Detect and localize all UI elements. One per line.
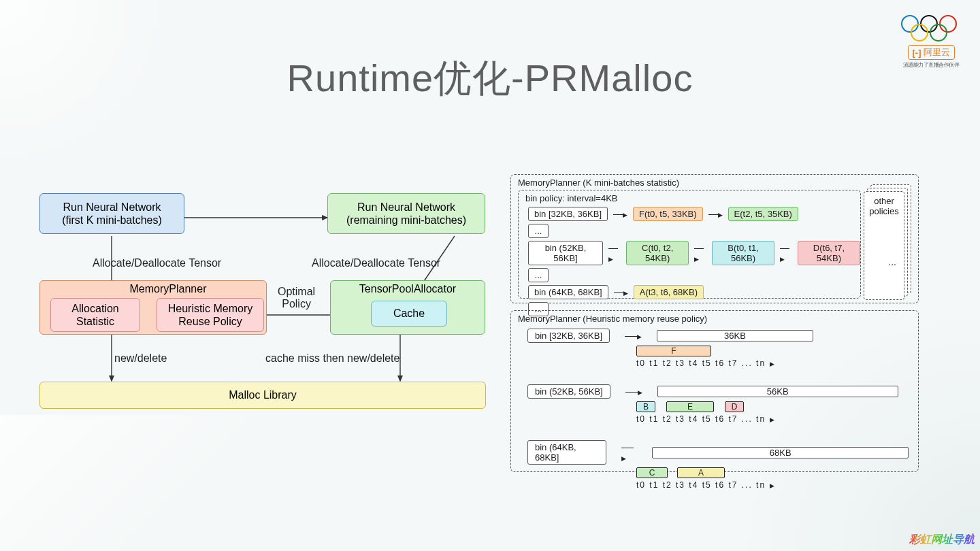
right-panels: MemoryPlanner (K mini-batches statistic)… (510, 174, 932, 480)
axis-arrow-icon (770, 480, 774, 490)
other-policies-label: other policies (864, 191, 904, 300)
brand-subtext: 流通能力了直播合作伙伴 (901, 61, 961, 69)
brand-text: 阿里云 (924, 46, 950, 59)
panel-heuristic-reuse: MemoryPlanner (Heuristic memory reuse po… (510, 310, 919, 472)
arrow-right-icon: ▶ (621, 442, 638, 463)
bin-row: bin (52KB, 56KB]▶C(t0, t2, 54KB)▶B(t0, t… (528, 241, 860, 265)
label-optimal-policy: Optimal Policy (278, 286, 315, 310)
alloc-chip: B(t0, t1, 56KB) (712, 241, 774, 265)
box-allocation-statistic: Allocation Statistic (50, 298, 140, 332)
bin-slot: ... (528, 268, 549, 282)
reuse-row: bin [32KB, 36KB]▶36KBFt0 t1 t2 t3 t4 t5 … (527, 329, 909, 368)
label-alloc-dealloc-left: Allocate/Deallocate Tensor (93, 257, 221, 269)
bin-slot: bin [32KB, 36KB] (528, 207, 608, 221)
reuse-row: bin (64KB, 68KB]▶68KBCAt0 t1 t2 t3 t4 t5… (527, 440, 909, 490)
tick-labels: t0 t1 t2 t3 t4 t5 t6 t7 ... tn (636, 480, 766, 490)
bin-label: bin (52KB, 56KB] (527, 384, 610, 399)
alloc-chip: E(t2, t5, 35KB) (728, 207, 798, 221)
bin-label: bin (64KB, 68KB] (527, 440, 606, 465)
box-run-nn-rest: Run Neural Network (remaining mini-batch… (327, 193, 485, 234)
label-new-delete: new/delete (114, 352, 167, 365)
watermark-text: 彩虹网址导航 (909, 533, 975, 547)
timeline-segment: F (636, 346, 711, 356)
box-heuristic-policy: Heuristic Memory Reuse Policy (157, 298, 264, 332)
arrow-right-icon: ▶ (608, 243, 621, 263)
ellipsis-icon: ... (888, 256, 896, 267)
label-alloc-dealloc-right: Allocate/Deallocate Tensor (312, 257, 440, 269)
bin-policy-header: bin policy: interval=4KB (525, 193, 618, 203)
label-tensorpool: TensorPoolAllocator (359, 282, 456, 295)
bin-row: ... (528, 268, 860, 282)
box-run-nn-first: Run Neural Network (first K mini-batches… (39, 193, 184, 234)
sponsor-logo: [-]阿里云 流通能力了直播合作伙伴 (901, 15, 961, 69)
arrow-right-icon: ▶ (613, 209, 627, 219)
axis-arrow-icon (770, 358, 774, 368)
timeline-segment: D (725, 401, 744, 412)
alloc-chip: C(t0, t2, 54KB) (626, 241, 689, 265)
timeline-segment: E (666, 401, 714, 412)
left-flow-diagram: Run Neural Network (first K mini-batches… (39, 190, 495, 415)
timeline-segment: C (636, 467, 668, 478)
panel-minibatch-stat: MemoryPlanner (K mini-batches statistic)… (510, 174, 919, 303)
box-cache: Cache (371, 301, 447, 327)
bin-row: bin (64KB, 68KB]▶A(t3, t6, 68KB) (528, 285, 860, 299)
alloc-chip: A(t3, t6, 68KB) (634, 285, 704, 299)
arrow-right-icon: ▶ (694, 243, 706, 263)
timeline-segment: B (636, 401, 655, 412)
bin-row: bin [32KB, 36KB]▶F(t0, t5, 33KB)▶E(t2, t… (528, 207, 860, 221)
size-bar: 68KB (652, 447, 909, 458)
alloc-chip: F(t0, t5, 33KB) (633, 207, 703, 221)
aliyun-brand-box: [-]阿里云 (908, 45, 955, 60)
bin-row: ... (528, 224, 860, 238)
panel-bin-policy: bin policy: interval=4KB bin [32KB, 36KB… (518, 190, 861, 299)
arrow-right-icon: ▶ (625, 331, 642, 341)
size-bar: 56KB (657, 386, 898, 397)
panel-top-title: MemoryPlanner (K mini-batches statistic) (518, 178, 679, 188)
panel-bot-title: MemoryPlanner (Heuristic memory reuse po… (518, 314, 707, 324)
tick-labels: t0 t1 t2 t3 t4 t5 t6 t7 ... tn (636, 358, 766, 368)
timeline-segment: A (677, 467, 725, 478)
olympic-rings-icon (901, 15, 961, 42)
tick-labels: t0 t1 t2 t3 t4 t5 t6 t7 ... tn (636, 414, 766, 424)
arrow-right-icon: ▶ (614, 287, 628, 297)
label-cache-miss: cache miss then new/delete (265, 352, 399, 365)
arrow-right-icon: ▶ (780, 243, 792, 263)
reuse-row: bin (52KB, 56KB]▶56KBBEDt0 t1 t2 t3 t4 t… (527, 384, 909, 424)
alloc-chip: D(t6, t7, 54KB) (798, 241, 860, 265)
axis-arrow-icon (770, 414, 774, 424)
bin-slot: ... (528, 224, 549, 238)
bin-label: bin [32KB, 36KB] (527, 329, 610, 343)
size-bar: 36KB (657, 330, 813, 341)
label-memory-planner: MemoryPlanner (130, 282, 207, 295)
bin-slot: bin (64KB, 68KB] (528, 285, 608, 299)
arrow-right-icon: ▶ (708, 209, 723, 219)
box-malloc-library: Malloc Library (39, 382, 486, 409)
bin-slot: bin (52KB, 56KB] (528, 241, 603, 265)
arrow-right-icon: ▶ (625, 386, 642, 397)
